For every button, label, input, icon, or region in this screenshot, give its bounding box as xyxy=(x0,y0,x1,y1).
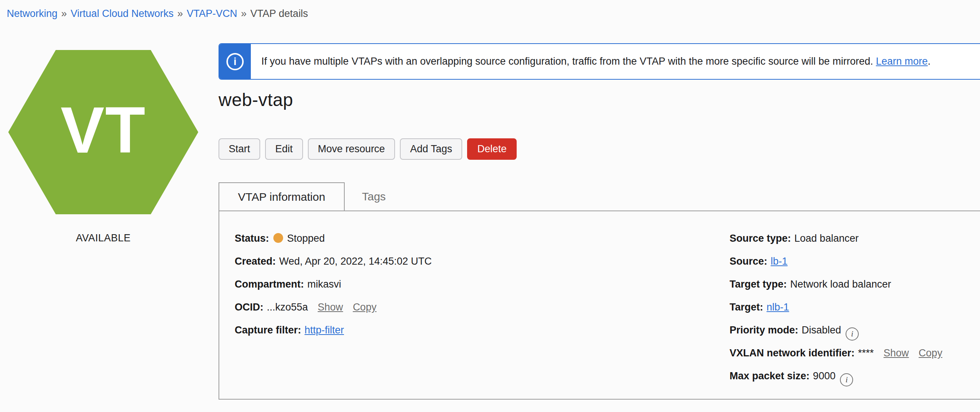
field-value: 9000 xyxy=(813,370,835,382)
field-label: Source type: xyxy=(730,233,791,244)
field-target-type: Target type:Network load balancer xyxy=(730,278,942,291)
field-value: Disabled xyxy=(802,324,841,336)
field-label: Source: xyxy=(730,256,767,267)
edit-button[interactable]: Edit xyxy=(265,138,303,160)
tab-tags[interactable]: Tags xyxy=(345,182,403,211)
breadcrumb-current: VTAP details xyxy=(250,8,308,19)
field-capture-filter: Capture filter:http-filter xyxy=(235,324,432,337)
source-link[interactable]: lb-1 xyxy=(771,256,788,267)
delete-button[interactable]: Delete xyxy=(467,138,517,160)
breadcrumb: Networking»Virtual Cloud Networks»VTAP-V… xyxy=(7,7,308,20)
breadcrumb-separator: » xyxy=(61,8,67,19)
breadcrumb-link-virtual-cloud-networks[interactable]: Virtual Cloud Networks xyxy=(71,8,173,19)
move-resource-button[interactable]: Move resource xyxy=(308,138,395,160)
breadcrumb-separator: » xyxy=(241,8,247,19)
field-label: Created: xyxy=(235,256,276,267)
banner-message: If you have multiple VTAPs with an overl… xyxy=(261,56,931,67)
resource-hexagon-icon: VT xyxy=(8,50,198,214)
field-status: Status:Stopped xyxy=(235,232,432,245)
vtap-information-panel: Status:StoppedCreated:Wed, Apr 20, 2022,… xyxy=(218,211,980,399)
start-button[interactable]: Start xyxy=(218,138,260,160)
field-created: Created:Wed, Apr 20, 2022, 14:45:02 UTC xyxy=(235,255,432,268)
info-icon: i xyxy=(226,53,244,70)
field-label: Max packet size: xyxy=(730,370,810,382)
info-banner-accent: i xyxy=(219,44,251,79)
field-value: ...kzo55a xyxy=(267,302,308,313)
field-source: Source:lb-1 xyxy=(730,255,942,268)
field-label: Status: xyxy=(235,233,269,244)
resource-initials: VT xyxy=(60,92,146,168)
field-max-packet-size: Max packet size:9000i xyxy=(730,369,942,382)
capture-filter-link[interactable]: http-filter xyxy=(304,324,344,336)
info-icon[interactable]: i xyxy=(846,327,859,340)
learn-more-link[interactable]: Learn more xyxy=(876,56,928,67)
breadcrumb-separator: » xyxy=(177,8,183,19)
field-label: Capture filter: xyxy=(235,324,301,336)
status-dot xyxy=(274,233,283,243)
tab-vtap-information[interactable]: VTAP information xyxy=(218,182,345,211)
field-value: mikasvi xyxy=(307,279,341,290)
action-buttons: StartEditMove resourceAdd TagsDelete xyxy=(218,138,517,160)
ocid-show-link[interactable]: Show xyxy=(318,302,343,313)
field-vxlan-network-identifier: VXLAN network identifier:****ShowCopy xyxy=(730,347,942,359)
info-banner: i If you have multiple VTAPs with an ove… xyxy=(218,43,980,80)
field-label: Target type: xyxy=(730,279,787,290)
breadcrumb-link-vtap-vcn[interactable]: VTAP-VCN xyxy=(187,8,237,19)
vxlan-network-identifier-show-link[interactable]: Show xyxy=(883,347,909,359)
breadcrumb-link-networking[interactable]: Networking xyxy=(7,8,57,19)
field-value: Network load balancer xyxy=(791,279,891,290)
ocid-copy-link[interactable]: Copy xyxy=(353,302,377,313)
details-left-column: Status:StoppedCreated:Wed, Apr 20, 2022,… xyxy=(235,232,432,347)
field-label: OCID: xyxy=(235,302,264,313)
availability-label: AVAILABLE xyxy=(8,232,198,244)
details-right-column: Source type:Load balancerSource:lb-1Targ… xyxy=(730,232,942,393)
field-value: Wed, Apr 20, 2022, 14:45:02 UTC xyxy=(279,256,432,267)
field-source-type: Source type:Load balancer xyxy=(730,232,942,245)
field-label: Priority mode: xyxy=(730,324,798,336)
vxlan-network-identifier-copy-link[interactable]: Copy xyxy=(919,347,942,359)
field-target: Target:nlb-1 xyxy=(730,301,942,313)
field-label: VXLAN network identifier: xyxy=(730,347,854,359)
target-link[interactable]: nlb-1 xyxy=(767,302,789,313)
field-value: **** xyxy=(858,347,874,359)
field-value: Stopped xyxy=(287,233,325,244)
page-title: web-vtap xyxy=(218,89,293,110)
field-label: Compartment: xyxy=(235,279,304,290)
tab-bar: VTAP informationTags xyxy=(218,182,403,211)
info-icon[interactable]: i xyxy=(840,373,853,386)
field-label: Target: xyxy=(730,302,764,313)
field-compartment: Compartment:mikasvi xyxy=(235,278,432,291)
add-tags-button[interactable]: Add Tags xyxy=(400,138,462,160)
field-ocid: OCID:...kzo55aShowCopy xyxy=(235,301,432,313)
field-value: Load balancer xyxy=(794,233,859,244)
field-priority-mode: Priority mode:Disabledi xyxy=(730,324,942,337)
